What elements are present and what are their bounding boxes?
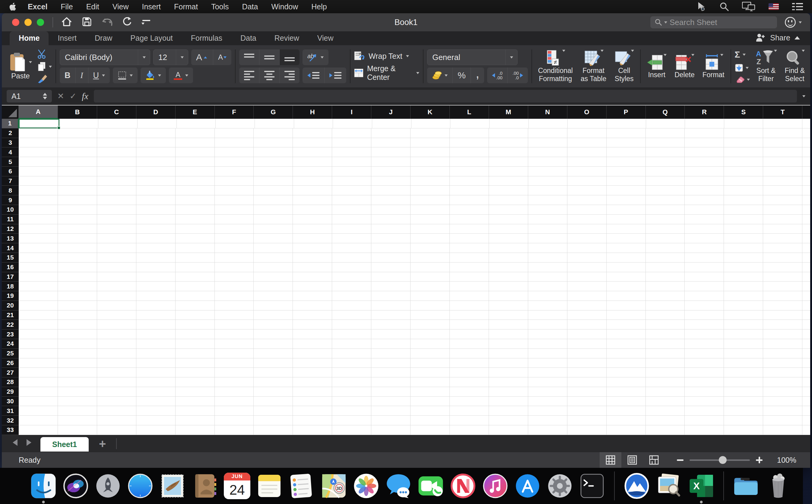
cell-M6[interactable] bbox=[489, 167, 528, 176]
column-header-F[interactable]: F bbox=[215, 106, 254, 119]
name-box-stepper[interactable] bbox=[43, 93, 47, 99]
cell-I19[interactable] bbox=[332, 291, 371, 301]
column-header-I[interactable]: I bbox=[332, 106, 371, 119]
cell-S12[interactable] bbox=[724, 224, 763, 234]
format-cells-button[interactable]: Format bbox=[703, 54, 725, 79]
cell-G4[interactable] bbox=[254, 147, 293, 157]
cell-M33[interactable] bbox=[489, 425, 528, 435]
cell-E29[interactable] bbox=[175, 387, 215, 397]
cell-K15[interactable] bbox=[411, 253, 450, 263]
row-header-11[interactable]: 11 bbox=[2, 215, 19, 224]
cell-G11[interactable] bbox=[254, 215, 293, 224]
cell-S19[interactable] bbox=[724, 291, 763, 301]
cell-B3[interactable] bbox=[58, 138, 97, 148]
cell-I15[interactable] bbox=[332, 253, 371, 263]
cell-K33[interactable] bbox=[411, 425, 450, 435]
cell-A15[interactable] bbox=[19, 253, 58, 263]
cell-S20[interactable] bbox=[724, 301, 763, 310]
number-format-select[interactable]: General bbox=[427, 49, 518, 65]
cell-G7[interactable] bbox=[254, 176, 293, 186]
fill-handle[interactable] bbox=[57, 126, 61, 130]
cell-C24[interactable] bbox=[97, 339, 136, 349]
cell-H21[interactable] bbox=[293, 310, 332, 320]
cell-Q19[interactable] bbox=[646, 291, 685, 301]
cell-D29[interactable] bbox=[136, 387, 175, 397]
cell-T24[interactable] bbox=[763, 339, 802, 349]
cell-C28[interactable] bbox=[97, 377, 136, 387]
tab-home[interactable]: Home bbox=[10, 31, 49, 45]
cell-O2[interactable] bbox=[567, 128, 607, 138]
cell-N19[interactable] bbox=[528, 291, 567, 301]
cell-F27[interactable] bbox=[215, 368, 254, 377]
dock-item-system-preferences[interactable] bbox=[547, 473, 573, 499]
cell-H17[interactable] bbox=[293, 272, 332, 282]
cell-E16[interactable] bbox=[175, 263, 215, 272]
cell-F1[interactable] bbox=[216, 119, 255, 128]
cell-C5[interactable] bbox=[97, 157, 136, 167]
cell-I17[interactable] bbox=[332, 272, 371, 282]
cell-M12[interactable] bbox=[489, 224, 528, 234]
cell-F16[interactable] bbox=[215, 263, 254, 272]
cell-R26[interactable] bbox=[685, 358, 724, 368]
cell-L28[interactable] bbox=[450, 377, 489, 387]
dock-item-downloads-folder[interactable] bbox=[733, 473, 759, 499]
cell-C15[interactable] bbox=[97, 253, 136, 263]
cell-M2[interactable] bbox=[489, 128, 528, 138]
cell-K4[interactable] bbox=[411, 147, 450, 157]
cell-F14[interactable] bbox=[215, 243, 254, 253]
page-break-view-button[interactable] bbox=[643, 452, 665, 468]
cell-T17[interactable] bbox=[763, 272, 802, 282]
conditional-formatting-button[interactable]: ≠ Conditional Formatting bbox=[538, 50, 573, 83]
cell-R27[interactable] bbox=[685, 368, 724, 377]
cell-K20[interactable] bbox=[411, 301, 450, 310]
cell-O1[interactable] bbox=[568, 119, 607, 128]
cell-H11[interactable] bbox=[293, 215, 332, 224]
cell-partial[interactable] bbox=[802, 243, 810, 253]
cell-C12[interactable] bbox=[97, 224, 136, 234]
cell-P26[interactable] bbox=[607, 358, 646, 368]
cell-L13[interactable] bbox=[450, 234, 489, 243]
menu-item-view[interactable]: View bbox=[106, 2, 135, 11]
cell-A6[interactable] bbox=[19, 167, 58, 176]
cell-Q21[interactable] bbox=[646, 310, 685, 320]
cell-D12[interactable] bbox=[136, 224, 175, 234]
cell-D24[interactable] bbox=[136, 339, 175, 349]
cell-R30[interactable] bbox=[685, 397, 724, 406]
cell-B20[interactable] bbox=[58, 301, 97, 310]
cell-C6[interactable] bbox=[97, 167, 136, 176]
cell-P32[interactable] bbox=[607, 416, 646, 425]
cell-J31[interactable] bbox=[371, 406, 411, 416]
dock-item-contacts[interactable] bbox=[191, 473, 218, 499]
cell-O20[interactable] bbox=[567, 301, 607, 310]
cell-S21[interactable] bbox=[724, 310, 763, 320]
cell-S6[interactable] bbox=[724, 167, 763, 176]
cell-R25[interactable] bbox=[685, 349, 724, 358]
cell-C14[interactable] bbox=[97, 243, 136, 253]
cell-J24[interactable] bbox=[371, 339, 411, 349]
tab-view[interactable]: View bbox=[308, 31, 343, 45]
cell-O32[interactable] bbox=[567, 416, 607, 425]
dock-item-messages[interactable] bbox=[385, 473, 412, 499]
cell-L27[interactable] bbox=[450, 368, 489, 377]
cell-P1[interactable] bbox=[607, 119, 646, 128]
italic-button[interactable]: I bbox=[76, 68, 88, 83]
cell-F6[interactable] bbox=[215, 167, 254, 176]
cell-T10[interactable] bbox=[763, 205, 802, 215]
cell-G18[interactable] bbox=[254, 282, 293, 291]
row-header-4[interactable]: 4 bbox=[2, 147, 19, 157]
cell-O31[interactable] bbox=[567, 406, 607, 416]
cell-Q1[interactable] bbox=[646, 119, 685, 128]
cell-I3[interactable] bbox=[332, 138, 371, 148]
cell-D6[interactable] bbox=[136, 167, 175, 176]
cell-L20[interactable] bbox=[450, 301, 489, 310]
cell-R10[interactable] bbox=[685, 205, 724, 215]
cell-partial[interactable] bbox=[802, 368, 810, 377]
cell-C32[interactable] bbox=[97, 416, 136, 425]
cell-partial[interactable] bbox=[802, 234, 810, 243]
cell-E22[interactable] bbox=[175, 320, 215, 329]
increase-indent-button[interactable] bbox=[324, 68, 346, 83]
cell-D19[interactable] bbox=[136, 291, 175, 301]
cell-K13[interactable] bbox=[411, 234, 450, 243]
orientation-dropdown-icon[interactable] bbox=[321, 56, 324, 58]
cell-A5[interactable] bbox=[19, 157, 58, 167]
